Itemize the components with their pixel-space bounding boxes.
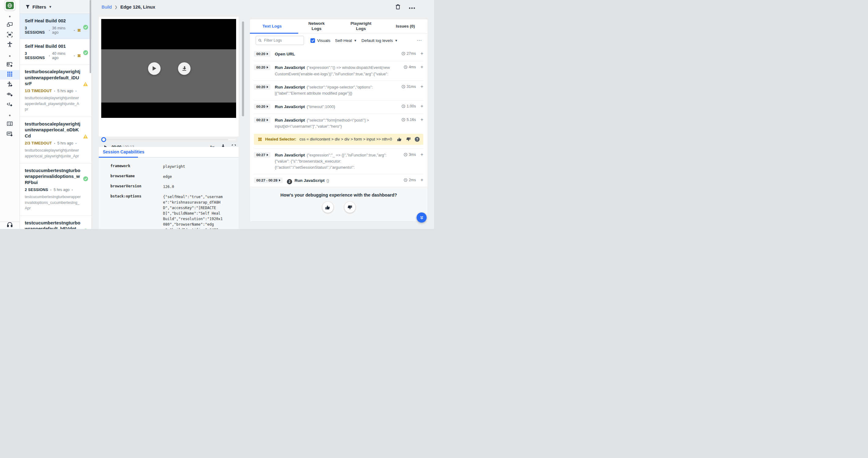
more-options-button[interactable] bbox=[409, 5, 415, 10]
build-list-item[interactable]: testturboscaleplaywrightjunitewrapperloc… bbox=[20, 117, 91, 164]
tab-text-logs[interactable]: Text Logs bbox=[250, 19, 294, 33]
filter-logs-input[interactable] bbox=[264, 38, 301, 43]
capability-key: browserName bbox=[111, 174, 163, 179]
logs-tabs: Text Logs Network Logs Playwright Logs I… bbox=[250, 19, 428, 34]
seekbar-handle[interactable] bbox=[101, 137, 106, 142]
feedback-question: How's your debugging experience with the… bbox=[250, 193, 428, 198]
log-timestamp-pill[interactable]: 00:27 bbox=[254, 152, 270, 158]
visual-review-eye-icon[interactable] bbox=[7, 92, 13, 98]
expand-caret-icon bbox=[267, 105, 268, 108]
log-duration: 3ms bbox=[397, 152, 416, 157]
rail-separator-dot bbox=[9, 16, 11, 18]
capability-row: browserVersion 126.0 bbox=[111, 184, 239, 190]
tab-playwright-logs[interactable]: Playwright Logs bbox=[339, 19, 383, 33]
log-row[interactable]: 00:20 Run JavaScript{"timeout":1000} 1.0… bbox=[254, 100, 423, 114]
video-play-overlay-button[interactable] bbox=[148, 62, 161, 75]
log-payload: {} bbox=[326, 178, 329, 183]
help-icon[interactable]: ? bbox=[415, 137, 420, 142]
build-title: testturboscaleplaywrightjunitewrapperdef… bbox=[25, 68, 81, 86]
clock-icon bbox=[402, 52, 405, 55]
svg-text:?: ? bbox=[416, 138, 418, 141]
expand-plus-button[interactable]: + bbox=[416, 177, 423, 182]
build-list-item[interactable]: Self Heal Build 002 3 SESSIONS• 36 mins … bbox=[20, 14, 91, 39]
log-row[interactable]: 00:27 Run JavaScript{"expression":"_ => … bbox=[254, 148, 423, 174]
visuals-label[interactable]: Visuals bbox=[317, 38, 330, 43]
log-levels-dropdown[interactable]: Default log levels▼ bbox=[362, 38, 398, 43]
delete-session-button[interactable] bbox=[396, 4, 400, 11]
video-download-overlay-button[interactable] bbox=[178, 62, 190, 75]
log-timestamp-pill[interactable]: 00:20 bbox=[254, 51, 270, 57]
expand-plus-button[interactable]: + bbox=[416, 51, 423, 56]
log-timestamp-pill[interactable]: 00:27 - 00:28 bbox=[254, 177, 283, 183]
accessibility-person-icon[interactable] bbox=[7, 41, 12, 48]
log-title: Run JavaScript bbox=[275, 85, 305, 89]
expand-plus-button[interactable]: + bbox=[416, 104, 423, 109]
thumbs-down-icon[interactable] bbox=[406, 137, 411, 142]
log-timestamp-pill[interactable]: 00:22 bbox=[254, 117, 270, 123]
expand-plus-button[interactable]: + bbox=[416, 117, 423, 122]
build-time: 5 hrs ago bbox=[57, 141, 73, 145]
device-settings-icon[interactable] bbox=[7, 62, 13, 68]
log-timestamp-pill[interactable]: 00:20 bbox=[254, 104, 270, 109]
feedback-buttons bbox=[250, 202, 428, 213]
self-heal-bandage-icon bbox=[257, 137, 262, 142]
support-headphones-icon[interactable] bbox=[7, 222, 13, 229]
log-row[interactable]: 00:20 Run JavaScript{"selector":"#page-s… bbox=[254, 81, 423, 100]
tab-issues[interactable]: Issues (0) bbox=[383, 19, 428, 33]
log-payload: {"timeout":1000} bbox=[307, 105, 335, 109]
bug-scan-icon[interactable] bbox=[7, 32, 12, 38]
self-heal-dropdown[interactable]: Self-Heal▼ bbox=[335, 38, 356, 43]
build-meta: 3 SESSIONS• 40 mins ago• bbox=[25, 52, 81, 60]
builds-scrollbar[interactable] bbox=[90, 0, 91, 73]
status-warning-icon bbox=[83, 82, 88, 88]
build-list-item[interactable]: testturboscaleplaywrightjunitewrapperdef… bbox=[20, 65, 91, 117]
log-timestamp-pill[interactable]: 00:20 bbox=[254, 65, 270, 70]
feedback-thumbs-up-button[interactable] bbox=[322, 202, 333, 213]
expand-plus-button[interactable]: + bbox=[416, 65, 423, 69]
person-settings-icon[interactable] bbox=[7, 81, 12, 88]
build-time: 5 hrs ago bbox=[57, 89, 73, 93]
active-tab-underline bbox=[250, 33, 298, 34]
video-seekbar[interactable] bbox=[101, 139, 236, 140]
capability-value: edge bbox=[163, 174, 224, 179]
log-title: Run JavaScript bbox=[275, 118, 305, 122]
session-capabilities-tab[interactable]: Session Capabilities bbox=[103, 149, 144, 154]
clock-icon bbox=[404, 65, 407, 69]
double-chevron-down-icon bbox=[420, 216, 424, 220]
expand-plus-button[interactable]: + bbox=[416, 152, 423, 157]
visuals-checkbox[interactable] bbox=[310, 38, 315, 43]
breadcrumb-build-link[interactable]: Build bbox=[101, 4, 112, 9]
filter-logs-box[interactable] bbox=[256, 36, 304, 45]
center-column-scrollbar[interactable] bbox=[242, 22, 244, 116]
video-viewport[interactable] bbox=[101, 19, 236, 118]
code-settings-icon[interactable] bbox=[7, 102, 13, 108]
healed-selector-value: css = div#content > div > div > form > i… bbox=[300, 137, 392, 141]
build-list-item[interactable]: Self Heal Build 001 3 SESSIONS• 40 mins … bbox=[20, 39, 91, 65]
globe-icon bbox=[7, 3, 12, 8]
thumbs-up-icon[interactable] bbox=[397, 137, 402, 142]
tab-network-logs[interactable]: Network Logs bbox=[294, 19, 339, 33]
scroll-to-bottom-button[interactable] bbox=[416, 212, 427, 223]
expand-plus-button[interactable]: + bbox=[416, 84, 423, 89]
log-row[interactable]: 00:27 - 00:28 2Run JavaScript{} 2ms + bbox=[254, 174, 423, 188]
toolbar-more-button[interactable]: ⋯ bbox=[417, 39, 422, 42]
log-row[interactable]: 00:20 Run JavaScript{"expression":"() =>… bbox=[254, 61, 423, 81]
build-list-item[interactable]: testcucumbertestngturbowrapperdefault_bE… bbox=[20, 216, 91, 229]
dashboard-page: Filters ▼ Self Heal Build 002 3 SESSIONS… bbox=[0, 0, 434, 229]
desktop-devices-icon[interactable] bbox=[7, 22, 13, 28]
grid-apps-icon[interactable] bbox=[7, 71, 12, 78]
chevron-down-icon: ▼ bbox=[395, 39, 398, 42]
filters-bar[interactable]: Filters ▼ bbox=[20, 0, 91, 14]
globe-product-button[interactable] bbox=[6, 2, 14, 9]
analytics-settings-icon[interactable] bbox=[7, 132, 13, 138]
log-row[interactable]: 00:20 Open URL 27ms + bbox=[254, 48, 423, 61]
capability-value: playwright bbox=[163, 164, 224, 169]
log-row[interactable]: 00:22 Run JavaScript{"selector":"form[me… bbox=[254, 114, 423, 133]
build-list-item[interactable]: testcucumbertestngturbowrapperinvalidopt… bbox=[20, 164, 91, 216]
rail-separator-dot bbox=[9, 55, 11, 57]
build-title: Self Heal Build 001 bbox=[25, 43, 81, 49]
feedback-thumbs-down-button[interactable] bbox=[344, 202, 355, 213]
test-checklist-icon[interactable] bbox=[7, 121, 13, 127]
log-timestamp-pill[interactable]: 00:20 bbox=[254, 84, 270, 90]
build-session-count: 3 SESSIONS bbox=[25, 26, 46, 35]
